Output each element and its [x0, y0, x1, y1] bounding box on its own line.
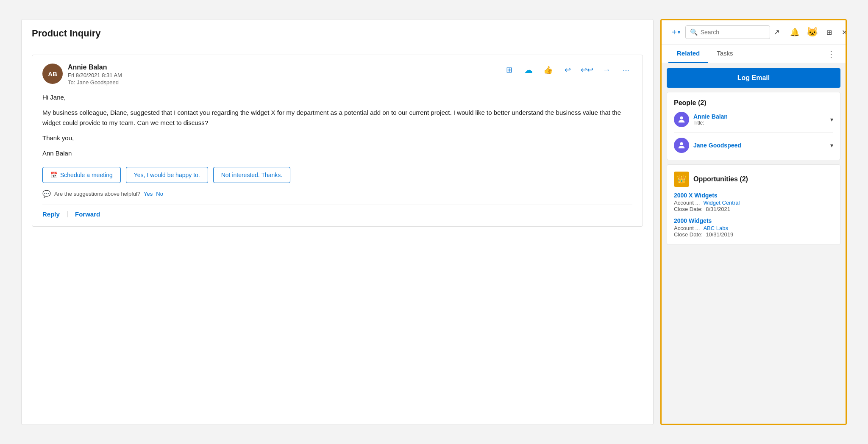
external-link-icon[interactable]: ↗ [770, 25, 784, 39]
annie-title: Title: [693, 120, 728, 126]
reply-icon[interactable]: ↩ [561, 64, 574, 76]
bell-icon[interactable]: 🔔 [788, 25, 801, 39]
crm-topbar-left: + ▾ 🔍 [668, 25, 770, 39]
opp-account-label-1: Account ... [674, 200, 700, 206]
email-body: Hi Jane, My business colleague, Diane, s… [42, 92, 632, 158]
crm-body: Log Email People (2) Annie Balan Title: [662, 63, 846, 424]
person-item-annie: Annie Balan Title: ▾ [674, 112, 833, 133]
annie-avatar [674, 112, 689, 127]
opp-close-label-1: Close Date: [674, 206, 703, 212]
log-email-button[interactable]: Log Email [667, 68, 840, 88]
email-title: Product Inquiry [32, 28, 643, 39]
schedule-meeting-button[interactable]: 📅 Schedule a meeting [42, 167, 121, 183]
sender-date: Fri 8/20/2021 8:31 AM [68, 72, 122, 78]
opp-details-1: Account ... Widget Central [674, 200, 833, 206]
opp-close-value-2: 10/31/2019 [706, 231, 733, 238]
opp-account-value-1[interactable]: Widget Central [703, 200, 740, 206]
opp-item-1: 2000 X Widgets Account ... Widget Centra… [674, 192, 833, 212]
plus-icon: + [672, 28, 677, 37]
opp-name-2[interactable]: 2000 Widgets [674, 217, 833, 224]
search-icon: 🔍 [690, 28, 698, 36]
body-greeting: Hi Jane, [42, 92, 632, 103]
crm-panel: + ▾ 🔍 ↗ 🔔 🐱 ⊞ ✕ Related [660, 19, 847, 425]
not-interested-button[interactable]: Not interested. Thanks. [213, 167, 290, 183]
crm-tabs: Related Tasks ⋮ [662, 44, 846, 63]
annie-info: Annie Balan Title: [693, 113, 728, 126]
sender-row: AB Annie Balan Fri 8/20/2021 8:31 AM To:… [42, 64, 632, 86]
jane-name[interactable]: Jane Goodspeed [693, 142, 741, 149]
jane-avatar [674, 138, 689, 153]
opp-close-label-2: Close Date: [674, 231, 703, 238]
tab-tasks-label: Tasks [717, 50, 733, 57]
close-button[interactable]: ✕ [839, 26, 847, 38]
recipient-name: Jane Goodspeed [77, 79, 119, 86]
search-box[interactable]: 🔍 [685, 25, 770, 39]
reply-row: Reply | Forward [42, 205, 632, 218]
opp-account-label-2: Account ... [674, 225, 700, 231]
like-icon[interactable]: 👍 [542, 64, 554, 76]
email-actions: ⊞ ☁ 👍 ↩ ↩↩ → ··· [503, 64, 632, 76]
reply-separator: | [67, 210, 68, 218]
body-signature: Ann Balan [42, 148, 632, 158]
helpful-row: 💬 Are the suggestions above helpful? Yes… [42, 190, 632, 198]
helpful-no[interactable]: No [156, 191, 163, 197]
happy-to-label: Yes, I would be happy to. [134, 172, 200, 178]
email-header: Product Inquiry [22, 19, 653, 46]
avatar: AB [42, 64, 63, 84]
opp-name-1[interactable]: 2000 X Widgets [674, 192, 833, 199]
not-interested-label: Not interested. Thanks. [221, 172, 282, 178]
opp-title: Opportunities (2) [693, 175, 748, 183]
search-input[interactable] [701, 29, 765, 36]
email-panel: Product Inquiry AB Annie Balan Fri 8/20/… [21, 19, 654, 425]
opp-account-value-2[interactable]: ABC Labs [703, 225, 728, 231]
body-paragraph: My business colleague, Diane, suggested … [42, 108, 632, 128]
opp-close-value-1: 8/31/2021 [706, 206, 730, 212]
tab-related[interactable]: Related [668, 44, 708, 63]
tab-tasks[interactable]: Tasks [708, 44, 741, 63]
annie-expand-button[interactable]: ▾ [830, 116, 833, 123]
sender-details: Annie Balan Fri 8/20/2021 8:31 AM To: Ja… [68, 64, 122, 86]
salesforce-icon[interactable]: ☁ [522, 64, 535, 76]
opp-header: 👑 Opportunities (2) [674, 172, 833, 187]
body-closing: Thank you, [42, 133, 632, 143]
add-dropdown-icon: ▾ [678, 29, 680, 35]
helpful-yes[interactable]: Yes [144, 191, 153, 197]
person-left-jane: Jane Goodspeed [674, 138, 741, 153]
reply-link[interactable]: Reply [42, 211, 60, 218]
opp-item-2: 2000 Widgets Account ... ABC Labs Close … [674, 217, 833, 238]
email-content-area: AB Annie Balan Fri 8/20/2021 8:31 AM To:… [22, 46, 653, 425]
add-button[interactable]: + ▾ [668, 26, 684, 39]
email-message: AB Annie Balan Fri 8/20/2021 8:31 AM To:… [32, 55, 643, 227]
avatar-icon[interactable]: 🐱 [806, 25, 819, 39]
annie-name[interactable]: Annie Balan [693, 113, 728, 120]
window-controls: ⊞ ✕ [823, 26, 847, 38]
crm-topbar: + ▾ 🔍 ↗ 🔔 🐱 ⊞ ✕ [662, 20, 846, 44]
tab-related-label: Related [677, 50, 700, 57]
svg-point-0 [680, 117, 683, 119]
tabs-more-button[interactable]: ⋮ [823, 45, 839, 62]
calendar-icon: 📅 [50, 172, 58, 178]
schedule-meeting-label: Schedule a meeting [60, 172, 113, 178]
person-left-annie: Annie Balan Title: [674, 112, 728, 127]
svg-point-1 [680, 142, 683, 145]
sender-name: Annie Balan [68, 64, 122, 71]
people-card: People (2) Annie Balan Title: ▾ [667, 92, 840, 160]
opp-close-2: Close Date: 10/31/2019 [674, 231, 833, 238]
opp-close-1: Close Date: 8/31/2021 [674, 206, 833, 212]
chat-icon: 💬 [42, 190, 51, 198]
forward-icon[interactable]: → [600, 64, 613, 76]
more-icon[interactable]: ··· [620, 64, 632, 76]
opportunities-icon: 👑 [674, 172, 689, 187]
crm-topbar-right: ↗ 🔔 🐱 ⊞ ✕ [770, 25, 847, 39]
app-container: Product Inquiry AB Annie Balan Fri 8/20/… [14, 12, 854, 432]
people-card-title: People (2) [674, 99, 833, 107]
pin-button[interactable]: ⊞ [823, 26, 835, 38]
sender-info: AB Annie Balan Fri 8/20/2021 8:31 AM To:… [42, 64, 122, 86]
helpful-prompt: Are the suggestions above helpful? [54, 191, 140, 197]
suggestion-buttons: 📅 Schedule a meeting Yes, I would be hap… [42, 167, 632, 183]
jane-expand-button[interactable]: ▾ [830, 142, 833, 149]
reply-all-icon[interactable]: ↩↩ [581, 64, 593, 76]
forward-link[interactable]: Forward [75, 211, 100, 218]
happy-to-button[interactable]: Yes, I would be happy to. [126, 167, 208, 183]
grid-icon[interactable]: ⊞ [503, 64, 515, 76]
